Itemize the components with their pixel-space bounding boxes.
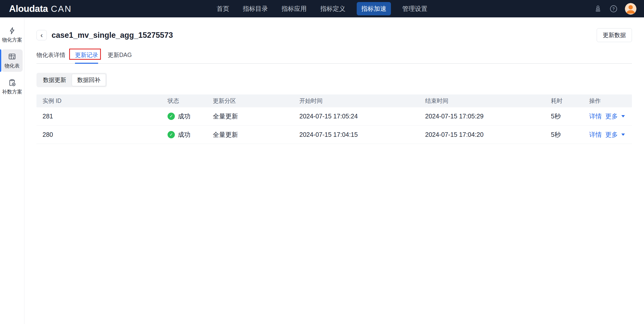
stamp-icon[interactable]	[594, 5, 602, 13]
status-text: 成功	[178, 112, 190, 120]
detail-tabs: 物化表详情 更新记录 更新DAG	[36, 51, 632, 64]
user-avatar[interactable]	[625, 3, 636, 15]
logo-brand-text: Aloudata	[9, 4, 48, 14]
cell-start-time: 2024-07-15 17:04:15	[293, 125, 419, 144]
more-link[interactable]: 更多	[605, 131, 618, 139]
materialized-table-icon	[8, 53, 16, 61]
navbar-right-area: ?	[594, 3, 636, 15]
page-header: ‹ case1_mv_single_agg_15275573 更新数据	[36, 28, 632, 42]
nav-item-metric-definition[interactable]: 指标定义	[318, 2, 348, 15]
col-status: 状态	[162, 94, 207, 107]
nav-item-home[interactable]: 首页	[214, 2, 231, 15]
cell-end-time: 2024-07-15 17:04:20	[419, 125, 545, 144]
cell-instance-id: 281	[36, 107, 162, 125]
record-type-segmented-control: 数据更新 数据回补	[36, 73, 107, 87]
sidebar-item-label: 补数方案	[2, 88, 23, 95]
sidebar-item-backfill-plan[interactable]: 补数方案	[2, 75, 23, 98]
status-badge: ✓ 成功	[168, 131, 207, 139]
more-link[interactable]: 更多	[605, 112, 618, 120]
row-actions: 详情 更多	[589, 112, 632, 120]
table-row: 280 ✓ 成功 全量更新 2024-07-15 17:04:15 2024-0…	[36, 125, 632, 144]
backfill-clipboard-icon	[8, 79, 16, 87]
cell-update-partition: 全量更新	[207, 107, 293, 125]
row-actions: 详情 更多	[589, 131, 632, 139]
segment-data-update[interactable]: 数据更新	[37, 74, 72, 86]
logo-product-text: CAN	[51, 4, 72, 14]
sidebar-item-label: 物化方案	[2, 37, 23, 43]
segment-data-backfill[interactable]: 数据回补	[72, 74, 106, 86]
cell-instance-id: 280	[36, 125, 162, 144]
help-icon[interactable]: ?	[609, 5, 618, 13]
update-records-table: 实例 ID 状态 更新分区 开始时间 结束时间 耗时 操作 281 ✓ 成功 全…	[36, 94, 632, 144]
left-sidebar: 物化方案 物化表 补数方案	[0, 17, 24, 324]
main-content: ‹ case1_mv_single_agg_15275573 更新数据 物化表详…	[24, 17, 644, 324]
table-header-row: 实例 ID 状态 更新分区 开始时间 结束时间 耗时 操作	[36, 94, 632, 107]
aloudata-logo: Aloudata CAN	[9, 4, 72, 14]
col-update-partition: 更新分区	[207, 94, 293, 107]
chevron-down-icon[interactable]	[621, 134, 625, 136]
col-end-time: 结束时间	[419, 94, 545, 107]
chevron-down-icon[interactable]	[621, 115, 625, 117]
sidebar-item-materialized-table[interactable]: 物化表	[2, 49, 23, 72]
col-start-time: 开始时间	[293, 94, 419, 107]
page-title: case1_mv_single_agg_15275573	[52, 31, 173, 40]
svg-text:?: ?	[612, 7, 615, 11]
detail-link[interactable]: 详情	[589, 112, 602, 120]
col-instance-id: 实例 ID	[36, 94, 162, 107]
back-button[interactable]: ‹	[36, 30, 47, 40]
tab-update-records[interactable]: 更新记录	[75, 51, 98, 63]
nav-item-metric-acceleration[interactable]: 指标加速	[357, 2, 391, 15]
nav-item-metric-app[interactable]: 指标应用	[279, 2, 309, 15]
col-actions: 操作	[583, 94, 632, 107]
cell-end-time: 2024-07-15 17:05:29	[419, 107, 545, 125]
status-text: 成功	[178, 131, 190, 139]
top-navbar: Aloudata CAN 首页 指标目录 指标应用 指标定义 指标加速 管理设置…	[0, 0, 644, 17]
cell-duration: 5秒	[545, 107, 583, 125]
sidebar-item-materialization-plan[interactable]: 物化方案	[2, 23, 23, 46]
nav-item-admin-settings[interactable]: 管理设置	[400, 2, 430, 15]
col-duration: 耗时	[545, 94, 583, 107]
update-data-button[interactable]: 更新数据	[597, 28, 632, 42]
status-badge: ✓ 成功	[168, 112, 207, 120]
cell-start-time: 2024-07-15 17:05:24	[293, 107, 419, 125]
success-check-icon: ✓	[168, 113, 175, 120]
lightning-icon	[8, 27, 16, 35]
success-check-icon: ✓	[168, 131, 175, 138]
main-nav-menu: 首页 指标目录 指标应用 指标定义 指标加速 管理设置	[214, 0, 430, 17]
sidebar-item-label: 物化表	[2, 62, 23, 69]
tab-update-dag[interactable]: 更新DAG	[108, 51, 132, 63]
nav-item-metric-catalog[interactable]: 指标目录	[240, 2, 270, 15]
cell-update-partition: 全量更新	[207, 125, 293, 144]
tab-materialized-table-detail[interactable]: 物化表详情	[36, 51, 65, 63]
detail-link[interactable]: 详情	[589, 131, 602, 139]
chevron-left-icon: ‹	[41, 32, 43, 39]
cell-duration: 5秒	[545, 125, 583, 144]
table-row: 281 ✓ 成功 全量更新 2024-07-15 17:05:24 2024-0…	[36, 107, 632, 125]
